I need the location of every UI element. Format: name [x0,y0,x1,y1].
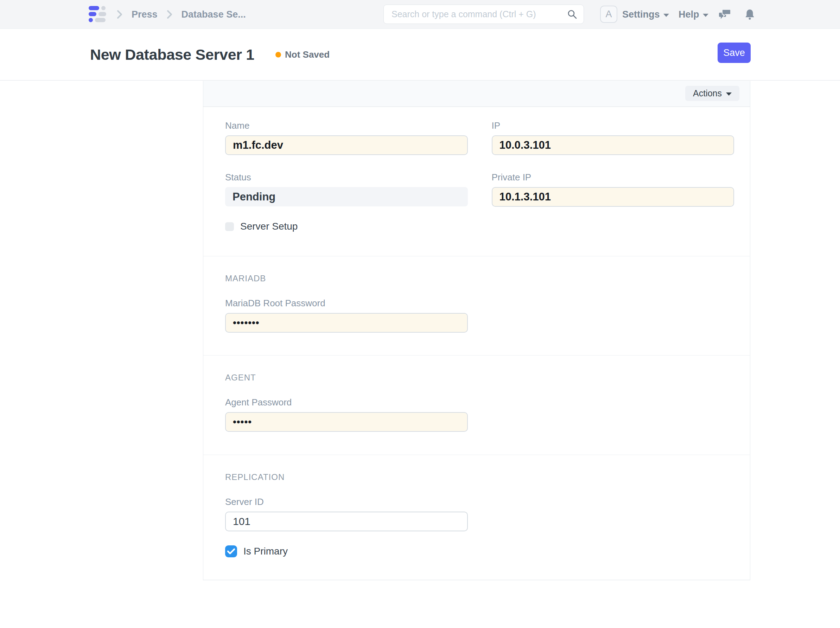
logo-block [88,6,99,10]
chat-icon[interactable] [719,0,731,29]
mariadb-root-password-label: MariaDB Root Password [225,298,468,308]
avatar[interactable]: A [600,6,617,23]
page-title: New Database Server 1 [90,46,254,63]
is-primary-checkbox[interactable] [225,545,237,557]
bell-icon[interactable] [745,0,755,29]
search-input[interactable] [384,5,567,24]
status-indicator: Not Saved [275,49,330,60]
chevron-down-icon [703,14,709,17]
breadcrumb: Press Database Se... [116,0,246,29]
chevron-right-icon [116,9,123,20]
logo-block [88,18,93,22]
field-ip: IP [492,120,734,155]
name-label: Name [225,120,468,131]
private-ip-input[interactable] [492,187,734,207]
field-name: Name [225,120,468,155]
field-server-setup: Server Setup [225,221,734,232]
page-header: New Database Server 1 Not Saved Save [0,29,840,80]
not-saved-label: Not Saved [285,49,330,60]
actions-button[interactable]: Actions [685,86,739,101]
search-icon[interactable] [567,9,577,19]
server-setup-checkbox[interactable] [225,222,234,231]
server-id-input[interactable] [225,511,468,531]
name-input[interactable] [225,136,468,155]
not-saved-dot-icon [275,52,281,57]
section-agent: AGENT Agent Password [203,355,750,455]
mariadb-section-heading: MARIADB [225,273,734,284]
server-id-label: Server ID [225,497,468,507]
field-server-id: Server ID [225,497,468,531]
help-menu[interactable]: Help [679,0,709,29]
private-ip-label: Private IP [492,172,734,183]
server-setup-label: Server Setup [240,221,298,232]
section-replication: REPLICATION Server ID Is Primary [203,455,750,580]
global-search [384,5,584,24]
checkmark-icon [227,548,235,554]
save-button[interactable]: Save [718,43,751,63]
app-logo-icon[interactable] [88,6,106,22]
avatar-letter: A [605,9,612,20]
breadcrumb-item-database-servers[interactable]: Database Se... [182,9,246,20]
form-toolbar: Actions [203,81,750,107]
logo-block [101,6,106,10]
settings-menu[interactable]: Settings [622,0,669,29]
chevron-down-icon [663,14,669,17]
field-agent-password: Agent Password [225,397,468,432]
logo-block [98,12,106,16]
logo-block [95,18,106,22]
section-mariadb: MARIADB MariaDB Root Password [203,256,750,355]
status-label: Status [225,172,468,183]
form-panel: Name IP Status Pending Private IP Server… [203,107,750,580]
chevron-down-icon [726,93,732,96]
field-status: Status Pending [225,172,468,207]
replication-section-heading: REPLICATION [225,472,734,483]
agent-password-label: Agent Password [225,397,468,407]
field-mariadb-root-password: MariaDB Root Password [225,298,468,333]
mariadb-root-password-input[interactable] [225,313,468,333]
agent-password-input[interactable] [225,412,468,432]
status-value: Pending [225,187,468,207]
settings-menu-label: Settings [622,9,660,20]
help-menu-label: Help [679,9,699,20]
navbar: Press Database Se... A Settings Help [0,0,840,29]
field-private-ip: Private IP [492,172,734,207]
field-is-primary: Is Primary [225,545,734,557]
breadcrumb-item-press[interactable]: Press [131,9,158,20]
ip-label: IP [492,120,734,131]
logo-block [88,12,96,16]
is-primary-label: Is Primary [243,546,288,557]
actions-button-label: Actions [693,88,722,98]
chevron-right-icon [166,9,173,20]
section-basic: Name IP Status Pending Private IP Server… [203,107,750,256]
ip-input[interactable] [492,136,734,155]
agent-section-heading: AGENT [225,372,734,383]
